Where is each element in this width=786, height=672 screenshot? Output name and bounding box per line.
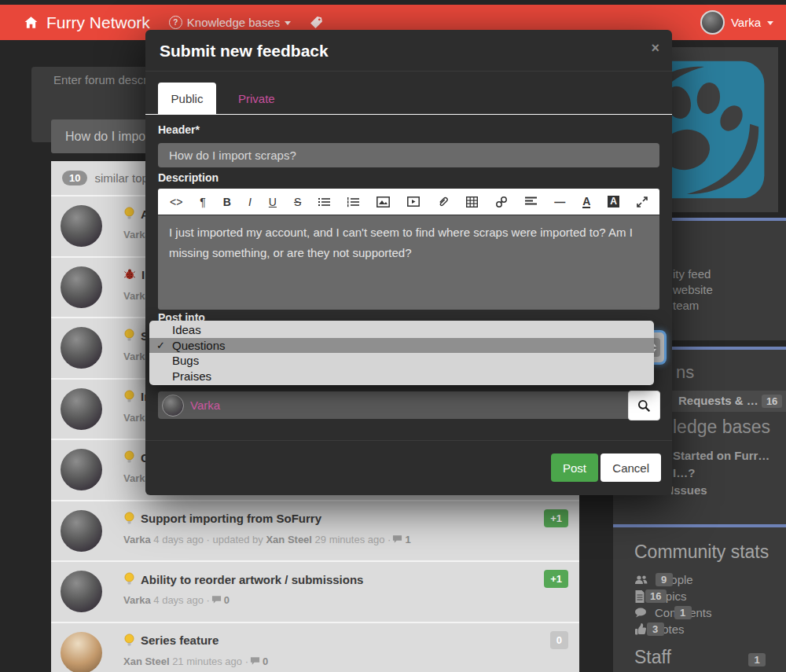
ordered-list-icon[interactable] <box>347 189 359 215</box>
avatar <box>61 571 102 612</box>
stat-comments: Comments 1 <box>634 606 712 619</box>
idea-icon <box>123 512 135 526</box>
avatar <box>61 327 102 369</box>
stat-people: People 9 <box>634 573 693 586</box>
link-icon[interactable] <box>495 189 508 215</box>
topic-row[interactable]: Support importing from SoFurry Varka 4 d… <box>51 500 579 561</box>
insert-image-icon[interactable] <box>376 189 390 215</box>
user-avatar <box>700 10 725 35</box>
assignee-search-input[interactable]: Varka <box>158 391 630 419</box>
fullscreen-icon[interactable] <box>637 189 648 215</box>
chevron-down-icon <box>285 21 291 25</box>
post-button[interactable]: Post <box>551 454 598 482</box>
code-view-icon[interactable]: <> <box>170 189 182 215</box>
insert-table-icon[interactable] <box>466 189 478 215</box>
avatar <box>61 388 102 430</box>
description-textarea[interactable]: I just imported my account, and I can't … <box>158 215 659 310</box>
comment-icon <box>250 656 260 666</box>
check-icon: ✓ <box>156 338 165 354</box>
submit-feedback-modal: Submit new feedback × Public Private Hea… <box>145 30 672 495</box>
sidebar-link-community-feed[interactable]: ity feed <box>673 266 713 282</box>
user-menu[interactable]: Varka <box>700 10 773 35</box>
vote-badge[interactable]: 0 <box>550 631 568 649</box>
vote-badge[interactable]: +1 <box>544 509 568 527</box>
topic-meta: Xan Steel 21 minutes ago ·0 <box>123 655 268 667</box>
stat-votes-count: 3 <box>647 622 664 636</box>
cancel-button[interactable]: Cancel <box>601 454 661 482</box>
option-praises[interactable]: Praises <box>149 369 654 384</box>
text-color-icon[interactable]: A <box>582 196 590 208</box>
topic-row[interactable]: Series feature Xan Steel 21 minutes ago … <box>51 622 579 672</box>
tab-private[interactable]: Private <box>227 83 286 114</box>
align-icon[interactable] <box>525 189 537 215</box>
comment-icon <box>634 608 647 618</box>
italic-icon[interactable]: I <box>248 189 252 215</box>
nav-tags-button[interactable] <box>310 16 323 29</box>
bold-icon[interactable]: B <box>223 189 231 215</box>
app-screen: Enter forum descript How do I import s 1… <box>0 0 786 672</box>
thumbs-up-icon <box>634 623 647 635</box>
modal-title: Submit new feedback <box>160 42 329 61</box>
attachment-icon[interactable] <box>437 189 449 215</box>
background-color-icon[interactable]: A <box>608 196 619 207</box>
comment-icon <box>392 534 402 544</box>
topic-title[interactable]: Series feature <box>123 633 219 648</box>
stat-topics: Topics 16 <box>634 589 687 603</box>
unordered-list-icon[interactable] <box>318 189 330 215</box>
bug-icon <box>123 268 136 281</box>
header-label: Header* <box>158 123 200 136</box>
divider <box>145 440 672 441</box>
kb-item-getting-started[interactable]: Started on Furr… <box>673 449 769 462</box>
stat-topics-count: 16 <box>645 589 666 603</box>
staff-heading: Staff <box>634 647 671 668</box>
idea-icon <box>123 329 135 343</box>
question-circle-icon: ? <box>169 16 182 29</box>
vote-badge[interactable]: +1 <box>544 570 568 588</box>
idea-icon <box>123 207 135 221</box>
brand-home-link[interactable]: Furry Network <box>24 13 150 32</box>
idea-icon <box>123 633 135 648</box>
document-icon <box>634 590 645 603</box>
underline-icon[interactable]: U <box>269 189 277 215</box>
idea-icon <box>123 390 135 404</box>
avatar <box>61 205 102 247</box>
forum-count-badge: 16 <box>762 395 782 408</box>
editor-toolbar: <> ¶ B I U S — A A <box>158 189 659 215</box>
stat-people-count: 9 <box>656 573 673 586</box>
topic-row[interactable]: Ability to reorder artwork / submissions… <box>51 560 579 622</box>
topic-title[interactable]: Ability to reorder artwork / submissions <box>123 572 363 586</box>
idea-icon <box>123 450 135 465</box>
sidebar-link-team[interactable]: team <box>673 298 713 314</box>
stat-comments-count: 1 <box>674 606 692 619</box>
option-ideas[interactable]: Ideas <box>149 322 654 338</box>
search-icon <box>637 399 651 413</box>
nav-knowledge-bases[interactable]: ? Knowledge bases <box>169 16 291 29</box>
insert-video-icon[interactable] <box>407 189 420 215</box>
close-icon[interactable]: × <box>651 40 659 57</box>
kb-item-issues[interactable]: Issues <box>670 483 707 497</box>
stat-votes: Votes 3 <box>634 622 685 636</box>
category-dropdown: Ideas ✓ Questions Bugs Praises <box>149 321 654 385</box>
option-questions[interactable]: ✓ Questions <box>149 338 654 354</box>
divider <box>145 71 672 72</box>
forums-heading: ns <box>676 362 694 383</box>
strikethrough-icon[interactable]: S <box>294 189 301 215</box>
topic-meta: Varka 4 days ago · updated by Xan Steel … <box>123 534 411 545</box>
comment-icon <box>211 595 222 604</box>
avatar <box>61 632 102 672</box>
tab-public[interactable]: Public <box>158 83 216 114</box>
sidebar-link-website[interactable]: website <box>673 282 713 298</box>
assignee-name: Varka <box>190 398 220 412</box>
search-button[interactable] <box>628 391 660 420</box>
kb-item-how-do-i[interactable]: I…? <box>673 466 695 479</box>
topic-title[interactable]: Support importing from SoFurry <box>123 512 321 526</box>
header-input[interactable]: How do I import scraps? <box>158 143 659 167</box>
avatar <box>61 510 102 552</box>
option-bugs[interactable]: Bugs <box>149 353 654 369</box>
description-label: Description <box>158 171 219 184</box>
home-icon <box>24 16 39 30</box>
paragraph-icon[interactable]: ¶ <box>200 189 206 215</box>
horizontal-rule-icon[interactable]: — <box>554 189 565 215</box>
assignee-avatar <box>162 395 184 417</box>
avatar <box>61 266 102 308</box>
